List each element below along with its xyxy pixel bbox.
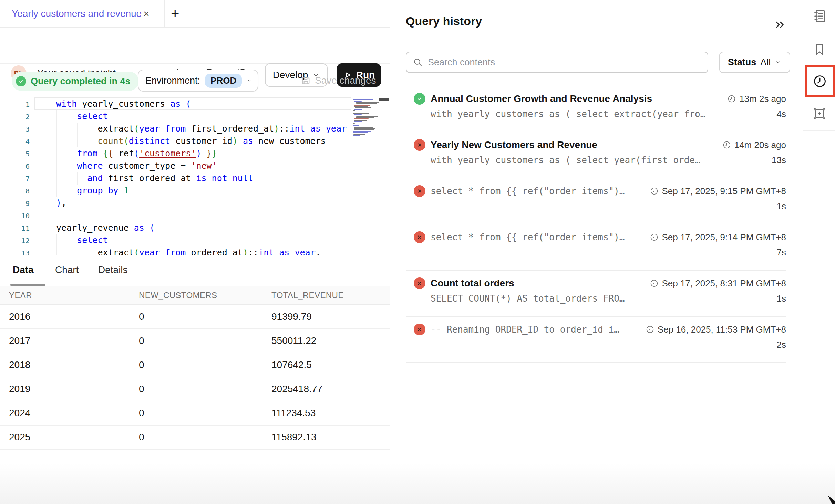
code-line-7[interactable]: 7 and first_ordered_at is not null [0, 172, 390, 185]
editor-panel: Yearly customers and revenue × + BL Your… [0, 0, 390, 504]
error-x-icon [414, 324, 425, 335]
item-query-preview: -- Renaming ORDER_ID to order_id i… [431, 324, 619, 335]
code-text: extract(year from first_ordered_at)::int… [30, 124, 347, 134]
check-circle-icon [16, 76, 26, 86]
tab-chart[interactable]: Chart [55, 255, 79, 284]
item-duration: 1s [777, 293, 786, 304]
timestamp: 14m 20s ago [722, 140, 786, 150]
code-line-10[interactable]: 10 [0, 209, 390, 222]
line-number: 4 [0, 135, 30, 148]
rail-separator [803, 32, 835, 32]
code-line-5[interactable]: 5 from {{ ref('customers') }} [0, 147, 390, 160]
cell-year: 2016 [9, 311, 139, 322]
code-line-9[interactable]: 9), [0, 197, 390, 209]
col-new-customers: NEW_CUSTOMERS [139, 291, 271, 300]
table-row[interactable]: 20240111234.53 [0, 401, 390, 426]
environment-label: Environment: [145, 75, 200, 86]
cell-total-revenue: 111234.53 [271, 408, 390, 419]
collapse-panel-icon[interactable] [773, 18, 787, 32]
code-line-6[interactable]: 6 where customer_type = 'new' [0, 160, 390, 172]
code-text: yearly_revenue as ( [30, 223, 155, 233]
tab-yearly-customers-and-revenue[interactable]: Yearly customers and revenue [12, 0, 142, 28]
timestamp: Sep 17, 2025, 9:14 PM GMT+8 [650, 232, 786, 243]
timestamp: Sep 17, 2025, 9:15 PM GMT+8 [650, 186, 786, 197]
table-row[interactable]: 20180107642.5 [0, 353, 390, 377]
code-text: from {{ ref('customers') }} [30, 148, 217, 158]
query-history-item[interactable]: Count total ordersSep 17, 2025, 8:31 PM … [406, 271, 786, 317]
search-input[interactable] [428, 57, 701, 68]
query-history-item[interactable]: Annual Customer Growth and Revenue Analy… [406, 86, 786, 132]
code-line-12[interactable]: 12 select [0, 234, 390, 246]
item-duration: 7s [777, 247, 786, 258]
item-query-preview: SELECT COUNT(*) AS total_orders FRO… [431, 293, 625, 304]
search-box[interactable] [406, 52, 708, 73]
timestamp: Sep 17, 2025, 8:31 PM GMT+8 [650, 278, 786, 289]
item-query-preview: with yearly_customers as ( select year(f… [431, 155, 700, 165]
query-history-clock-icon-active[interactable] [805, 65, 835, 97]
explore-icon[interactable] [803, 105, 835, 122]
code-line-4[interactable]: 4 count(distinct customer_id) as new_cus… [0, 135, 390, 147]
save-changes-button[interactable]: Save changes [300, 70, 376, 92]
code-line-3[interactable]: 3 extract(year from first_ordered_at)::i… [0, 123, 390, 135]
line-number: 7 [0, 172, 30, 185]
query-history-item[interactable]: -- Renaming ORDER_ID to order_id i…Sep 1… [406, 317, 786, 363]
code-line-1[interactable]: 1with yearly_customers as ( [0, 98, 390, 110]
table-row[interactable]: 201902025418.77 [0, 377, 390, 401]
clock-icon [722, 140, 731, 149]
code-line-11[interactable]: 11yearly_revenue as ( [0, 222, 390, 234]
tab-close-icon[interactable]: × [143, 0, 150, 28]
line-number: 12 [0, 234, 30, 247]
status-filter-label: Status [728, 57, 756, 68]
environment-select[interactable]: Environment: PROD [138, 70, 258, 92]
timestamp-text: 14m 20s ago [734, 140, 786, 150]
table-row[interactable]: 20250115892.13 [0, 426, 390, 450]
query-history-panel: Query history Status All Annual Customer… [390, 0, 803, 504]
status-filter-dropdown[interactable]: Status All [719, 52, 790, 73]
query-history-title: Query history [406, 14, 482, 28]
table-row[interactable]: 2016091399.79 [0, 305, 390, 329]
tab-data[interactable]: Data [13, 255, 34, 284]
sql-code-editor[interactable]: 1with yearly_customers as (2 select3 ext… [0, 97, 390, 255]
results-tab-bar: Data Chart Details [0, 255, 390, 286]
cell-total-revenue: 2025418.77 [271, 384, 390, 395]
code-text [30, 210, 56, 220]
success-check-icon [414, 93, 425, 105]
timestamp: Sep 16, 2025, 11:53 PM GMT+8 [646, 324, 786, 335]
cell-year: 2018 [9, 359, 139, 370]
clock-icon [650, 279, 659, 288]
notebook-icon[interactable] [803, 8, 835, 24]
code-line-2[interactable]: 2 select [0, 110, 390, 123]
code-text: and first_ordered_at is not null [30, 173, 253, 183]
line-number: 2 [0, 111, 30, 123]
save-changes-label: Save changes [315, 75, 376, 86]
code-line-8[interactable]: 8 group by 1 [0, 185, 390, 197]
code-text: ), [30, 198, 66, 208]
rail-separator [803, 130, 835, 131]
query-history-item[interactable]: select * from {{ ref("order_items")…Sep … [406, 178, 786, 224]
tab-details[interactable]: Details [98, 255, 128, 284]
cell-total-revenue: 91399.79 [271, 311, 390, 322]
save-icon [300, 75, 311, 86]
code-text: select [30, 235, 108, 245]
table-row[interactable]: 20170550011.22 [0, 329, 390, 353]
editor-scrollbar-thumb[interactable] [379, 98, 389, 101]
line-number: 1 [0, 98, 30, 111]
code-line-13[interactable]: 13 extract(year from ordered_at)::int as… [0, 246, 390, 255]
code-lines: 1with yearly_customers as (2 select3 ext… [0, 97, 390, 255]
new-tab-button[interactable]: + [171, 0, 179, 27]
app-window: Yearly customers and revenue × + BL Your… [0, 0, 835, 504]
bookmark-icon[interactable] [803, 42, 835, 57]
query-history-item[interactable]: select * from {{ ref("order_items")…Sep … [406, 224, 786, 271]
minimap[interactable] [353, 99, 378, 136]
code-text: where customer_type = 'new' [30, 161, 217, 171]
query-history-item[interactable]: Yearly New Customers and Revenue14m 20s … [406, 132, 786, 178]
item-title: Count total orders [431, 278, 514, 289]
tab-bar: Yearly customers and revenue × + [0, 0, 390, 28]
search-icon [413, 57, 423, 67]
cell-new-customers: 0 [139, 359, 271, 370]
timestamp-text: Sep 17, 2025, 9:14 PM GMT+8 [662, 232, 786, 243]
clock-icon [650, 233, 659, 242]
query-status-pill: Query completed in 4s [12, 72, 139, 91]
col-year: YEAR [9, 291, 139, 300]
col-total-revenue: TOTAL_REVENUE [271, 291, 390, 300]
